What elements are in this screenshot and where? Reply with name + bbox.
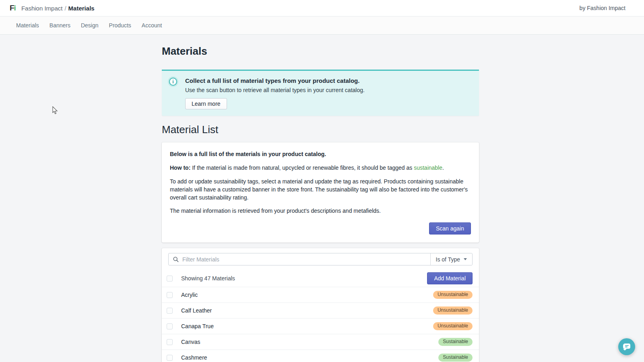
row-checkbox[interactable] <box>167 355 173 361</box>
banner-title: Collect a full list of material types fr… <box>185 77 365 84</box>
table-row[interactable]: Canvas Sustainable <box>162 334 479 350</box>
select-all-checkbox[interactable] <box>167 276 173 282</box>
row-checkbox[interactable] <box>167 292 173 298</box>
page-title: Materials <box>162 45 479 58</box>
status-badge: Unsustainable <box>433 322 473 330</box>
status-badge: Sustainable <box>438 338 473 346</box>
nav-item-design[interactable]: Design <box>81 22 99 29</box>
materials-table-card: Is of Type Showing 47 Materials Add Mate… <box>162 248 479 362</box>
nav-item-products[interactable]: Products <box>109 22 131 29</box>
info-circle-icon: i <box>169 78 177 86</box>
info-banner: i Collect a full list of material types … <box>162 70 479 116</box>
nav-item-materials[interactable]: Materials <box>16 22 39 29</box>
material-name[interactable]: Canvas <box>181 339 200 345</box>
app-byline: by Fashion Impact <box>580 5 636 11</box>
top-header: Fi Fashion Impact/Materials by Fashion I… <box>0 0 644 16</box>
material-name[interactable]: Acrylic <box>181 292 198 298</box>
search-icon <box>173 257 179 262</box>
fashion-impact-logo: Fi <box>10 4 16 12</box>
materials-rows: Acrylic Unsustainable Calf Leather Unsus… <box>162 287 479 362</box>
info-card-paragraph-1: To add or update sustainability tags, se… <box>170 178 471 202</box>
material-list-info-card: Below is a full list of the materials in… <box>162 142 479 243</box>
info-card-intro: Below is a full list of the materials in… <box>170 150 471 158</box>
filter-materials-input[interactable] <box>182 256 430 263</box>
table-row[interactable]: Cashmere Sustainable <box>162 350 479 362</box>
nav-item-banners[interactable]: Banners <box>50 22 70 29</box>
material-name[interactable]: Canapa True <box>181 323 214 329</box>
material-name[interactable]: Cashmere <box>181 354 207 361</box>
table-row[interactable]: Acrylic Unsustainable <box>162 287 479 302</box>
filter-box: Is of Type <box>168 253 473 265</box>
breadcrumb-current-page: Materials <box>68 5 95 12</box>
row-checkbox[interactable] <box>167 308 173 314</box>
add-material-button[interactable]: Add Material <box>427 272 473 284</box>
status-badge: Unsustainable <box>433 291 473 299</box>
table-header-row: Showing 47 Materials Add Material <box>162 270 479 287</box>
type-filter-dropdown[interactable]: Is of Type <box>430 253 472 265</box>
status-badge: Unsustainable <box>433 306 473 315</box>
banner-body: Use the scan button to retrieve all mate… <box>185 86 365 94</box>
status-badge: Sustainable <box>438 354 473 362</box>
filter-area: Is of Type <box>162 248 479 270</box>
chat-widget-button[interactable] <box>618 338 635 355</box>
chat-bubble-icon <box>622 342 632 352</box>
info-card-howto: How to: If the material is made from nat… <box>170 164 471 172</box>
table-row[interactable]: Calf Leather Unsustainable <box>162 302 479 318</box>
material-name[interactable]: Calf Leather <box>181 307 212 314</box>
row-checkbox[interactable] <box>167 339 173 345</box>
main-content: Materials i Collect a full list of mater… <box>0 35 644 362</box>
materials-count-label: Showing 47 Materials <box>181 275 235 282</box>
breadcrumb-separator: / <box>64 5 66 12</box>
main-nav: Materials Banners Design Products Accoun… <box>0 16 644 35</box>
learn-more-button[interactable]: Learn more <box>185 98 227 109</box>
material-list-heading: Material List <box>162 123 479 136</box>
breadcrumb: Fashion Impact/Materials <box>21 5 95 12</box>
type-filter-label: Is of Type <box>436 256 460 263</box>
info-card-paragraph-2: The material information is retrieved fr… <box>170 207 471 215</box>
table-row[interactable]: Canapa True Unsustainable <box>162 318 479 334</box>
breadcrumb-app-link[interactable]: Fashion Impact <box>21 5 63 12</box>
row-checkbox[interactable] <box>167 323 173 329</box>
nav-item-account[interactable]: Account <box>142 22 162 29</box>
scan-again-button[interactable]: Scan again <box>429 222 471 234</box>
sustainable-link[interactable]: sustainable <box>414 165 442 171</box>
chevron-down-icon <box>464 258 467 260</box>
